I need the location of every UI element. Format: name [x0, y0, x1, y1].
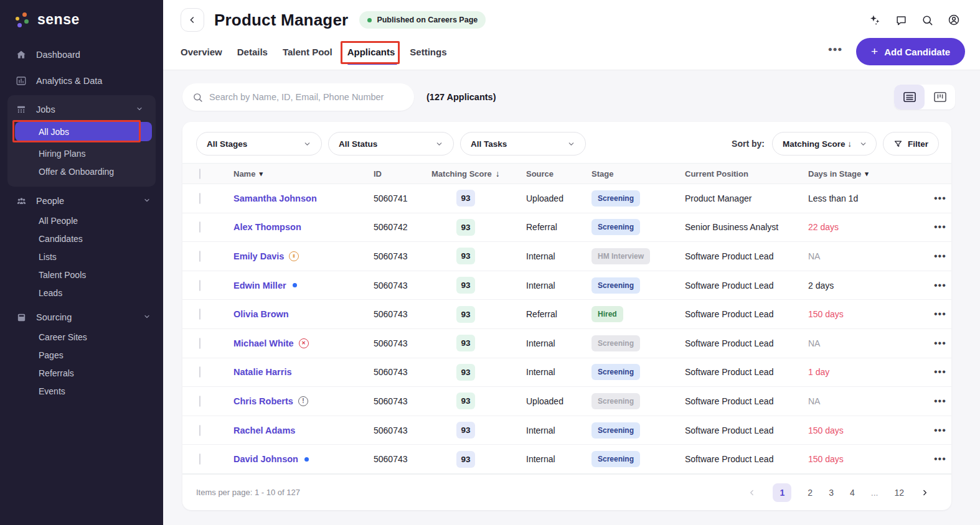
sidebar-item-lists[interactable]: Lists [0, 248, 163, 266]
sidebar-item-pages[interactable]: Pages [0, 346, 163, 364]
sparkles-icon[interactable] [869, 14, 881, 26]
tab-overview[interactable]: Overview [181, 40, 222, 63]
candidate-name[interactable]: Rachel Adams [233, 425, 295, 435]
sidebar-item-offer-onboarding[interactable]: Offer & Onboarding [7, 162, 156, 180]
column-matching-score[interactable]: Matching Score [431, 169, 492, 179]
sidebar-item-label: Dashboard [36, 50, 80, 60]
sidebar-item-hiring-plans[interactable]: Hiring Plans [7, 144, 156, 162]
row-more-button[interactable]: ••• [908, 366, 951, 378]
status-filter-dropdown[interactable]: All Status [328, 132, 454, 156]
add-candidate-button[interactable]: + Add Candidate [856, 38, 965, 65]
sidebar-item-analytics[interactable]: Analytics & Data [0, 70, 163, 91]
row-checkbox[interactable] [199, 221, 200, 233]
chat-icon[interactable] [895, 14, 907, 26]
sidebar: sense Dashboard Analytics & Data Jobs [0, 0, 163, 525]
sidebar-item-events[interactable]: Events [0, 382, 163, 400]
sidebar-item-label: Career Sites [39, 332, 87, 342]
row-checkbox[interactable] [199, 338, 200, 349]
page-button-12[interactable]: 12 [894, 488, 904, 498]
more-options-button[interactable]: ••• [828, 43, 842, 60]
sidebar-item-label: Jobs [36, 105, 55, 114]
sidebar-item-sourcing[interactable]: Sourcing [0, 307, 163, 328]
tab-settings[interactable]: Settings [410, 40, 446, 63]
row-checkbox[interactable] [199, 193, 200, 204]
sidebar-item-label: Events [39, 386, 65, 396]
sidebar-item-all-jobs[interactable]: All Jobs [15, 122, 152, 141]
tab-talent-pool[interactable]: Talent Pool [283, 40, 332, 63]
search-icon[interactable] [921, 14, 933, 26]
sidebar-item-jobs[interactable]: Jobs [7, 99, 156, 120]
tab-applicants[interactable]: Applicants [347, 40, 395, 63]
candidate-name[interactable]: Michael White [233, 338, 294, 348]
sidebar-item-candidates[interactable]: Candidates [0, 230, 163, 248]
sidebar-item-leads[interactable]: Leads [0, 284, 163, 302]
row-checkbox[interactable] [199, 309, 200, 320]
row-checkbox[interactable] [199, 396, 200, 407]
board-view-button[interactable] [925, 85, 955, 109]
page-button-4[interactable]: 4 [850, 488, 855, 498]
row-more-button[interactable]: ••• [908, 309, 951, 320]
candidate-name[interactable]: Alex Thompson [233, 222, 301, 232]
prev-page-button[interactable] [748, 488, 756, 497]
back-button[interactable] [181, 8, 204, 32]
sort-value: Matching Score ↓ [783, 139, 852, 149]
sidebar-item-career-sites[interactable]: Career Sites [0, 328, 163, 346]
row-checkbox[interactable] [199, 453, 200, 465]
row-more-button[interactable]: ••• [908, 453, 951, 465]
sort-dropdown[interactable]: Matching Score ↓ [772, 132, 877, 156]
candidate-name[interactable]: Chris Roberts [233, 396, 293, 406]
row-more-button[interactable]: ••• [908, 338, 951, 349]
candidate-name[interactable]: Samantha Johnson [233, 193, 317, 203]
chevron-down-icon [567, 140, 575, 148]
status-badge: Published on Careers Page [359, 11, 486, 29]
sidebar-item-referrals[interactable]: Referrals [0, 364, 163, 382]
row-checkbox[interactable] [199, 425, 200, 436]
sidebar-item-all-people[interactable]: All People [0, 211, 163, 230]
table-row: Rachel Adams 5060743 93 Internal Screeni… [182, 416, 951, 445]
stage-badge: Screening [591, 335, 640, 351]
candidate-name[interactable]: Natalie Harris [233, 367, 292, 377]
active-tab-underline [347, 63, 398, 65]
row-more-button[interactable]: ••• [908, 193, 951, 204]
tab-details[interactable]: Details [237, 40, 268, 63]
column-days-in-stage[interactable]: Days in Stage [808, 169, 861, 179]
page-button-1[interactable]: 1 [773, 483, 791, 502]
table-row: Chris Roberts ! 5060743 93 Uploaded Scre… [182, 387, 951, 416]
filter-button[interactable]: Filter [883, 132, 939, 156]
candidate-name[interactable]: Olivia Brown [233, 309, 289, 319]
stages-filter-value: All Stages [207, 139, 247, 149]
row-more-button[interactable]: ••• [908, 251, 951, 262]
row-more-button[interactable]: ••• [908, 396, 951, 407]
days-in-stage: NA [808, 251, 820, 261]
stages-filter-dropdown[interactable]: All Stages [196, 132, 322, 156]
row-checkbox[interactable] [199, 280, 200, 291]
row-more-button[interactable]: ••• [908, 221, 951, 233]
candidate-name[interactable]: Emily Davis [233, 251, 284, 261]
candidate-name[interactable]: Edwin Miller [233, 281, 286, 290]
sidebar-item-talent-pools[interactable]: Talent Pools [0, 266, 163, 284]
row-checkbox[interactable] [199, 366, 200, 378]
account-icon[interactable] [948, 14, 960, 26]
row-more-button[interactable]: ••• [908, 425, 951, 436]
home-icon [15, 49, 27, 60]
select-all-checkbox[interactable] [199, 169, 200, 179]
tab-label: Overview [181, 47, 222, 57]
row-checkbox[interactable] [199, 251, 200, 262]
list-view-icon [903, 91, 916, 103]
column-name[interactable]: Name [233, 169, 255, 179]
search-input[interactable] [209, 92, 404, 102]
candidate-name[interactable]: David Johnson [233, 454, 298, 464]
current-position: Software Product Lead [685, 251, 773, 261]
next-page-button[interactable] [920, 488, 929, 497]
row-more-button[interactable]: ••• [908, 280, 951, 291]
page-button-3[interactable]: 3 [829, 488, 834, 498]
sidebar-item-dashboard[interactable]: Dashboard [0, 44, 163, 65]
list-view-button[interactable] [894, 85, 925, 109]
applicant-search [182, 83, 414, 111]
sidebar-item-label: Offer & Onboarding [39, 167, 114, 177]
table-body: Samantha Johnson 5060741 93 Uploaded Scr… [182, 184, 951, 474]
stage-badge: HM Interview [591, 248, 650, 264]
tasks-filter-dropdown[interactable]: All Tasks [460, 132, 586, 156]
page-button-2[interactable]: 2 [808, 488, 813, 498]
sidebar-item-people[interactable]: People [0, 190, 163, 211]
